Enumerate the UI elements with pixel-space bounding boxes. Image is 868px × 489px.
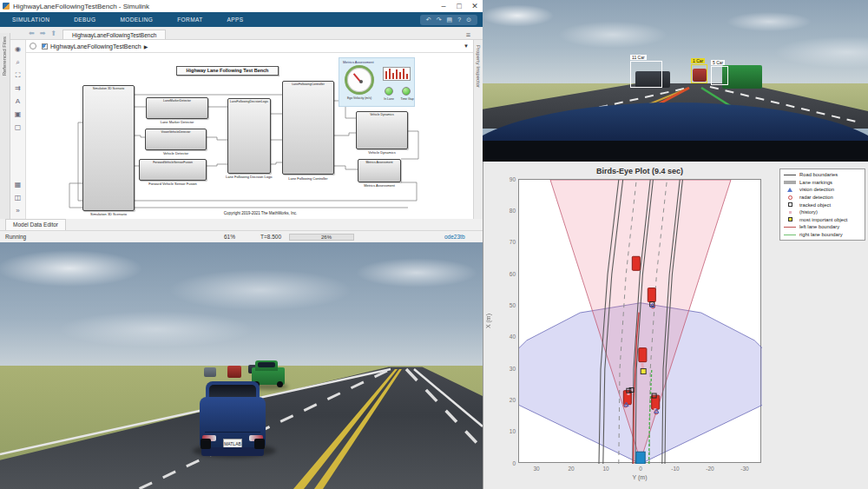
detection-label: 1 Car <box>691 58 705 63</box>
zoom-icon[interactable]: ⌕ <box>16 58 19 66</box>
block-caption: Forward Vehicle Sensor Fusion <box>132 182 214 186</box>
progress-percent: 26% <box>321 235 332 240</box>
fit-view-icon[interactable]: ⛶ <box>16 71 21 79</box>
left-lane-boundary-glyph <box>784 227 796 228</box>
simulink-app-icon <box>3 3 10 10</box>
x-tick: 30 <box>531 466 542 472</box>
history-point <box>641 363 644 366</box>
back-icon[interactable]: ⬅ <box>29 30 35 37</box>
block-lane-following-controller[interactable]: LaneFollowingController <box>282 81 334 175</box>
tab-format[interactable]: FORMAT <box>165 12 214 27</box>
y-tick: 10 <box>504 428 516 434</box>
detection-bbox: 11 Car <box>630 61 662 88</box>
wheel <box>201 439 211 449</box>
area-icon[interactable]: ▢ <box>15 123 22 131</box>
sim-progress-bar: 26% <box>289 234 354 241</box>
plot-area[interactable] <box>518 179 761 463</box>
tab-simulation[interactable]: SIMULATION <box>0 12 62 27</box>
most-important-object-marker <box>641 369 646 374</box>
block-vehicle-detector[interactable]: VisionVehicleDetector <box>145 129 207 150</box>
minimize-button[interactable]: – <box>436 2 451 10</box>
y-tick: 20 <box>504 397 516 403</box>
right-lane-boundary-glyph <box>784 235 796 235</box>
gauge-label: Ego Velocity (m/s) <box>341 96 378 100</box>
up-icon[interactable]: ⬆ <box>50 30 56 37</box>
status-bar: Running 61% T=8.500 26% ode23tb <box>0 230 483 242</box>
y-axis-label: X (m) <box>485 314 491 328</box>
save-icon[interactable]: ▤ <box>447 15 453 25</box>
copyright-text: Copyright 2019-2021 The MathWorks, Inc. <box>191 211 330 215</box>
distant-red-car <box>227 366 241 378</box>
x-tick: -30 <box>740 466 750 472</box>
breadcrumb[interactable]: HighwayLaneFollowingTestBench <box>50 43 141 50</box>
tab-debug[interactable]: DEBUG <box>62 12 108 27</box>
dashboard-title: Metrics Assessment <box>343 60 414 64</box>
lane-markings-glyph <box>784 181 796 184</box>
model-canvas[interactable]: Highway Lane Following Test Bench Simula… <box>26 53 473 219</box>
model-data-editor-tab[interactable]: Model Data Editor <box>5 219 66 230</box>
y-tick: 70 <box>504 239 516 245</box>
block-lane-marker-detector[interactable]: LaneMarkerDetector <box>146 97 208 119</box>
property-inspector-tab[interactable]: Property Inspector <box>476 45 481 88</box>
diagram-title: Highway Lane Following Test Bench <box>176 66 279 76</box>
tab-modeling[interactable]: MODELING <box>108 12 165 27</box>
detection-label: 11 Car <box>630 55 647 60</box>
x-axis-label: Y (m) <box>518 474 761 480</box>
referenced-files-tab[interactable]: Referenced Files <box>2 36 7 76</box>
y-tick: 90 <box>504 176 516 182</box>
block-simulation-3d-scenario[interactable]: Simulation 3D Scenario <box>82 85 135 211</box>
x-tick: 20 <box>566 466 576 472</box>
left-dock: Referenced Files <box>0 33 10 219</box>
redo-icon[interactable]: ↷ <box>437 15 442 25</box>
history-glyph <box>789 211 792 214</box>
block-lane-following-decision-logic[interactable]: LaneFollowingDecisionLogic <box>227 98 271 174</box>
y-tick: 60 <box>504 271 516 277</box>
camera-view: 11 Car 1 Car 5 Car <box>483 0 868 162</box>
help-icon[interactable]: ? <box>457 15 461 25</box>
tab-apps[interactable]: APPS <box>215 12 256 27</box>
expand-icon[interactable]: » <box>16 207 19 215</box>
target-icon[interactable] <box>30 43 36 50</box>
target-vehicle <box>639 348 647 362</box>
close-button[interactable]: ✕ <box>467 2 483 10</box>
y-tick: 30 <box>504 366 516 372</box>
block-caption: Vehicle Detector <box>145 151 207 155</box>
breadcrumb-bar: HighwayLaneFollowingTestBench ▶ ▼ <box>0 40 483 53</box>
y-tick: 0 <box>504 460 516 466</box>
detection-bbox: 5 Car <box>711 66 728 85</box>
signal-route-icon[interactable]: ⇉ <box>15 84 21 92</box>
most-important-object-glyph <box>788 217 792 221</box>
birds-eye-panel: Birds-Eye Plot (9.4 sec) 3020100-10-20-3… <box>483 162 868 489</box>
block-caption: Lane Following Controller <box>273 176 343 181</box>
block-metrics-assessment[interactable]: Metrics Assessment <box>358 159 401 182</box>
solver-name[interactable]: ode23tb <box>444 234 465 240</box>
target-vehicle <box>632 256 640 270</box>
x-tick: -10 <box>670 466 681 472</box>
title-bar: HighwayLaneFollowingTestBench - Simulink… <box>0 0 483 12</box>
quick-access-toolbar: ↶↷▤?⊙ <box>420 15 477 25</box>
document-tab[interactable]: HighwayLaneFollowingTestBench <box>62 30 166 39</box>
sim-time: T=8.500 <box>260 234 281 240</box>
forward-icon[interactable]: ➡ <box>40 30 46 37</box>
search-icon[interactable]: ⊙ <box>466 15 471 25</box>
browse-icon[interactable]: ◉ <box>15 45 21 53</box>
y-tick: 50 <box>504 302 516 308</box>
x-tick: -20 <box>705 466 715 472</box>
menu-icon[interactable]: ≡ <box>466 30 470 39</box>
x-tick: 0 <box>635 466 646 472</box>
subsystem-icon[interactable]: ◫ <box>15 194 22 202</box>
simulation-3d-view: MATLAB <box>0 242 483 489</box>
ego-car: MATLAB <box>200 381 266 453</box>
status-state: Running <box>5 234 26 240</box>
distant-gray-car <box>204 367 216 377</box>
undo-icon[interactable]: ↶ <box>426 15 431 25</box>
x-tick: 10 <box>601 466 611 472</box>
dropdown-icon[interactable]: ▼ <box>464 43 469 49</box>
viewmarks-icon[interactable]: ▦ <box>15 181 22 188</box>
block-forward-vehicle-sensor-fusion[interactable]: ForwardVehicleSensorFusion <box>139 159 207 181</box>
block-vehicle-dynamics[interactable]: Vehicle Dynamics <box>356 111 408 149</box>
image-icon[interactable]: ▣ <box>15 110 22 118</box>
maximize-button[interactable]: □ <box>451 2 467 10</box>
annotation-icon[interactable]: A <box>16 97 20 105</box>
ego-vehicle-marker <box>636 452 645 464</box>
